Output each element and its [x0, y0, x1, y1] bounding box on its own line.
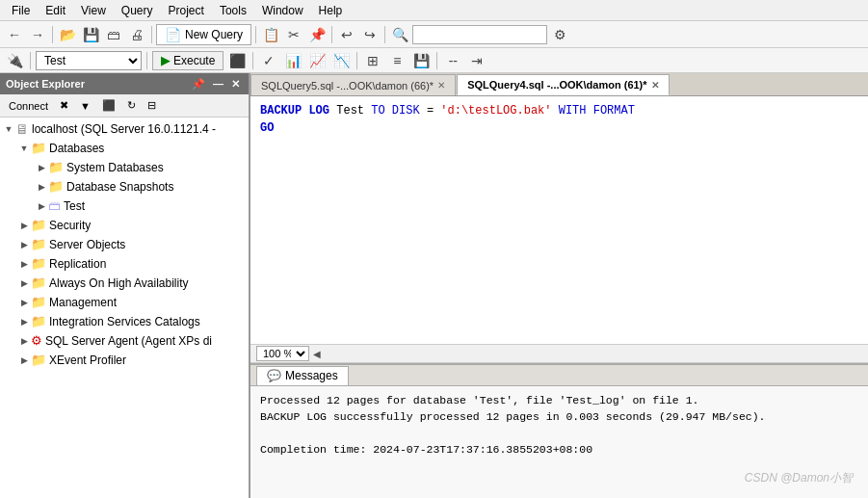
- databases-node[interactable]: ▼ 📁 Databases: [0, 139, 249, 158]
- main-toolbar: ← → 📂 💾 🗃 🖨 📄 New Query 📋 ✂ 📌 ↩ ↪ 🔍 ⚙: [0, 21, 868, 48]
- code-line-1: BACKUP LOG Test TO DISK = 'd:\testLOG.ba…: [260, 102, 858, 119]
- server-objects-node[interactable]: ▶ 📁 Server Objects: [0, 235, 249, 254]
- databases-toggle[interactable]: ▼: [17, 140, 31, 157]
- alwayson-node[interactable]: ▶ 📁 Always On High Availability: [0, 274, 249, 293]
- server-node[interactable]: ▼ 🖥 localhost (SQL Server 16.0.1121.4 -: [0, 119, 249, 139]
- collapse-btn[interactable]: ⊟: [143, 97, 161, 114]
- new-query-label: New Query: [185, 28, 243, 41]
- security-icon: 📁: [31, 217, 46, 234]
- kw-format: FORMAT: [593, 104, 635, 118]
- menu-help[interactable]: Help: [311, 2, 351, 19]
- menu-file[interactable]: File: [4, 2, 38, 19]
- close-pane-btn[interactable]: ✕: [228, 78, 243, 91]
- system-dbs-toggle[interactable]: ▶: [35, 159, 48, 176]
- integration-icon: 📁: [31, 313, 46, 330]
- display-estimated-plan-btn[interactable]: 📊: [282, 50, 303, 71]
- disk-path: 'd:\testLOG.bak': [440, 104, 551, 118]
- stop-btn[interactable]: ⬛: [226, 50, 248, 71]
- save-all-btn[interactable]: 🗃: [103, 24, 124, 45]
- cut-btn[interactable]: ✂: [283, 24, 304, 45]
- server-objects-toggle[interactable]: ▶: [17, 236, 31, 253]
- code-editor[interactable]: BACKUP LOG Test TO DISK = 'd:\testLOG.ba…: [250, 96, 868, 344]
- messages-tab[interactable]: 💬 Messages: [256, 366, 349, 385]
- scroll-left-btn[interactable]: ◀: [313, 349, 321, 359]
- redo-btn[interactable]: ↪: [359, 24, 381, 45]
- toolbar2-sep-3: [252, 52, 253, 69]
- integration-node[interactable]: ▶ 📁 Integration Services Catalogs: [0, 312, 249, 331]
- forward-btn[interactable]: →: [27, 24, 48, 45]
- menu-edit[interactable]: Edit: [38, 2, 73, 19]
- print-btn[interactable]: 🖨: [126, 24, 147, 45]
- new-query-button[interactable]: 📄 New Query: [156, 24, 251, 45]
- minimize-btn[interactable]: —: [210, 78, 226, 91]
- xevent-node[interactable]: ▶ 📁 XEvent Profiler: [0, 351, 249, 370]
- tab-2-label: SQLQuery4.sql -...OOK\damon (61)*: [467, 79, 646, 91]
- results-tabs: 💬 Messages: [250, 365, 868, 386]
- menu-tools[interactable]: Tools: [212, 2, 254, 19]
- sql-agent-node[interactable]: ▶ ⚙ SQL Server Agent (Agent XPs di: [0, 331, 249, 351]
- include-client-stats-btn[interactable]: 📉: [330, 50, 352, 71]
- test-db-label: Test: [64, 197, 85, 215]
- results-to-grid-btn[interactable]: ⊞: [362, 50, 383, 71]
- security-node[interactable]: ▶ 📁 Security: [0, 216, 249, 235]
- tab-2-close[interactable]: ✕: [651, 80, 659, 91]
- menu-view[interactable]: View: [73, 2, 114, 19]
- refresh-btn[interactable]: ↻: [122, 97, 141, 114]
- tab-1[interactable]: SQLQuery5.sql -...OOK\damon (66)* ✕: [250, 74, 456, 95]
- new-query-icon: 📄: [165, 27, 181, 42]
- tab-1-close[interactable]: ✕: [437, 80, 445, 91]
- replication-toggle[interactable]: ▶: [17, 255, 31, 273]
- results-to-file-btn[interactable]: 💾: [410, 50, 432, 71]
- include-actual-plan-btn[interactable]: 📈: [306, 50, 328, 71]
- toolbar2-sep-1: [30, 52, 31, 69]
- db-snapshots-toggle[interactable]: ▶: [35, 178, 48, 196]
- toolbar-sep-4: [331, 26, 332, 43]
- menu-query[interactable]: Query: [114, 2, 161, 19]
- toolbar2-sep-5: [436, 52, 437, 69]
- server-toggle[interactable]: ▼: [2, 120, 15, 138]
- space-1: Test: [336, 104, 371, 118]
- filter-btn[interactable]: ▼: [75, 98, 95, 114]
- paste-btn[interactable]: 📌: [306, 24, 328, 45]
- equals: =: [427, 104, 434, 118]
- result-line-1: Processed 12 pages for database 'Test', …: [260, 392, 858, 408]
- sql-agent-toggle[interactable]: ▶: [17, 332, 31, 350]
- xevent-toggle[interactable]: ▶: [17, 352, 31, 369]
- copy-btn[interactable]: 📋: [260, 24, 281, 45]
- replication-node[interactable]: ▶ 📁 Replication: [0, 254, 249, 274]
- test-db-node[interactable]: ▶ 🗃 Test: [0, 197, 249, 216]
- stop-search-btn[interactable]: ⬛: [97, 97, 120, 114]
- settings-btn[interactable]: ⚙: [549, 24, 570, 45]
- indent-btn[interactable]: ⇥: [466, 50, 487, 71]
- search-input[interactable]: [412, 25, 547, 44]
- object-explorer-title: Object Explorer: [6, 78, 85, 90]
- parse-btn[interactable]: ✓: [258, 50, 279, 71]
- disconnect-btn[interactable]: ✖: [55, 97, 73, 114]
- pin-btn[interactable]: 📌: [189, 78, 208, 91]
- search-btn[interactable]: 🔍: [389, 24, 410, 45]
- menu-window[interactable]: Window: [254, 2, 311, 19]
- zoom-select[interactable]: 100 %: [256, 346, 309, 361]
- undo-btn[interactable]: ↩: [336, 24, 357, 45]
- db-snapshots-node[interactable]: ▶ 📁 Database Snapshots: [0, 177, 249, 197]
- results-to-text-btn[interactable]: ≡: [386, 50, 408, 71]
- security-toggle[interactable]: ▶: [17, 217, 31, 234]
- management-toggle[interactable]: ▶: [17, 294, 31, 311]
- code-line-2: GO: [260, 119, 858, 137]
- alwayson-toggle[interactable]: ▶: [17, 275, 31, 292]
- execute-button[interactable]: ▶ Execute: [152, 51, 224, 70]
- connect-btn[interactable]: Connect: [4, 98, 53, 114]
- database-select[interactable]: Test: [36, 51, 142, 70]
- toolbar-sep-2: [151, 26, 152, 43]
- system-dbs-node[interactable]: ▶ 📁 System Databases: [0, 158, 249, 177]
- integration-toggle[interactable]: ▶: [17, 313, 31, 330]
- open-btn[interactable]: 📂: [57, 24, 78, 45]
- tab-2[interactable]: SQLQuery4.sql -...OOK\damon (61)* ✕: [457, 74, 669, 95]
- management-node[interactable]: ▶ 📁 Management: [0, 293, 249, 312]
- menu-project[interactable]: Project: [161, 2, 212, 19]
- connect-db-btn[interactable]: 🔌: [4, 50, 25, 71]
- save-btn[interactable]: 💾: [80, 24, 101, 45]
- comment-btn[interactable]: --: [442, 50, 463, 71]
- back-btn[interactable]: ←: [4, 24, 25, 45]
- test-db-toggle[interactable]: ▶: [35, 197, 48, 215]
